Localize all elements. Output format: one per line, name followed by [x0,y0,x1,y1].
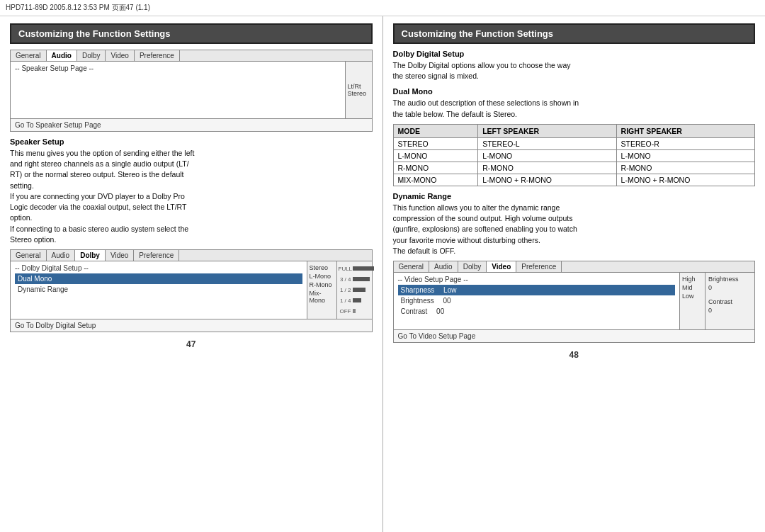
panel2-list: -- Dolby Digital Setup -- Dual Mono Dyna… [11,261,307,319]
menu-item-brightness[interactable]: Brightness 00 [398,295,676,306]
tab-dolby-3[interactable]: Dolby [458,261,487,272]
vol-bar-34: 3 / 4 [339,276,370,283]
vol-bar-14: 1 / 4 [339,298,361,304]
dynamic-range-title: Dynamic Range [393,192,756,200]
tab-pref-2[interactable]: Preference [134,250,179,261]
panel3-header: -- Video Setup Page -- [398,274,676,285]
side-label-ltrt: Lt/Rt [348,83,361,90]
side-label-stereo: Stereo [348,90,367,97]
table-row: MIX-MONO L-MONO + R-MONO L-MONO + R-MONO [393,174,755,186]
right-controls: Brightness 0 Contrast 0 [705,273,754,329]
tab-dolby-1[interactable]: Dolby [77,50,106,61]
side-label-lmono: L-Mono [310,273,332,280]
top-bar-text: HPD711-89D 2005.8.12 3:53 PM 页面47 (1.1) [6,4,150,11]
panel1-list: -- Speaker Setup Page -- [11,62,345,118]
speaker-setup-title: Speaker Setup [10,137,373,146]
tab-general-3[interactable]: General [394,261,430,272]
menu-item-dual-mono[interactable]: Dual Mono [15,273,302,284]
cell-mode-3: MIX-MONO [393,174,478,186]
panel1-side: Lt/Rt Stereo [345,62,372,118]
tab-general-2[interactable]: General [11,250,47,261]
video-setup-panel: General Audio Dolby Video Preference -- … [393,261,756,343]
tab-video-2[interactable]: Video [106,250,134,261]
cell-right-1: L-MONO [616,149,754,162]
tab-audio-3[interactable]: Audio [429,261,458,272]
panel1-tabs: General Audio Dolby Video Preference [11,50,372,62]
speaker-setup-body: This menu gives you the option of sendin… [10,148,373,245]
cell-mode-2: R-MONO [393,162,478,174]
right-page: Customizing the Function Settings Dolby … [383,16,766,532]
side-label-low: Low [682,293,694,300]
left-page: Customizing the Function Settings Genera… [0,16,383,532]
tab-video-3[interactable]: Video [487,261,516,272]
panel3-tabs: General Audio Dolby Video Preference [394,261,755,273]
table-row: L-MONO L-MONO L-MONO [393,149,755,162]
dynamic-range-body: This function allows you to alter the dy… [393,203,756,256]
dual-mono-title: Dual Mono [393,87,756,96]
dolby-digital-title: Dolby Digital Setup [393,50,756,58]
tab-video-1[interactable]: Video [106,50,134,61]
panel2-footer[interactable]: Go To Dolby Digital Setup [11,319,372,332]
cell-left-1: L-MONO [478,149,616,162]
panel2-header: -- Dolby Digital Setup -- [15,263,302,273]
cell-left-0: STEREO-L [478,137,616,149]
vol-bar-off: OFF [339,308,356,315]
menu-item-contrast[interactable]: Contrast 00 [398,306,676,317]
cell-right-2: R-MONO [616,162,754,174]
menu-item-dynamic-range[interactable]: Dynamic Range [15,284,302,295]
table-row: R-MONO R-MONO R-MONO [393,162,755,174]
dual-mono-table: MODE LEFT SPEAKER RIGHT SPEAKER STEREO S… [393,124,756,186]
cell-mode-1: L-MONO [393,149,478,162]
vol-bar-full: FULL [339,266,374,272]
right-page-heading: Customizing the Function Settings [393,23,756,44]
left-page-heading: Customizing the Function Settings [10,23,373,44]
col-right-speaker: RIGHT SPEAKER [616,124,754,137]
vol-bar-12: 1 / 2 [339,287,366,293]
contrast-control: Contrast 0 [708,298,752,314]
dual-mono-body: The audio out description of these selec… [393,98,756,119]
side-label-rmono: R-Mono [310,281,332,288]
page-number-left: 47 [10,336,373,352]
menu-item-sharpness[interactable]: Sharpness Low [398,285,676,295]
side-label-mid: Mid [682,284,693,291]
speaker-setup-panel: General Audio Dolby Video Preference -- … [10,50,373,132]
panel2-side: Stereo L-Mono R-Mono Mix-Mono [307,261,336,319]
side-label-high: High [682,276,696,283]
cell-mode-0: STEREO [393,137,478,149]
panel3-footer[interactable]: Go To Video Setup Page [394,329,755,342]
col-left-speaker: LEFT SPEAKER [478,124,616,137]
panel1-footer[interactable]: Go To Speaker Setup Page [11,118,372,131]
dolby-setup-panel: General Audio Dolby Video Preference -- … [10,249,373,332]
tab-pref-1[interactable]: Preference [135,50,180,61]
side-label-stereo2: Stereo [310,264,329,271]
cell-left-2: R-MONO [478,162,616,174]
table-row: STEREO STEREO-L STEREO-R [393,137,755,149]
tab-dolby-2[interactable]: Dolby [75,250,106,261]
panel3-side: High Mid Low [679,273,705,329]
panel2-tabs: General Audio Dolby Video Preference [11,250,372,261]
page-number-right: 48 [393,347,756,363]
tab-general-1[interactable]: General [11,50,47,61]
col-mode: MODE [393,124,478,137]
cell-right-0: STEREO-R [616,137,754,149]
dolby-digital-body: The Dolby Digital options allow you to c… [393,60,756,81]
tab-audio-2[interactable]: Audio [47,250,76,261]
side-label-mixmono: Mix-Mono [310,290,334,304]
top-bar: HPD711-89D 2005.8.12 3:53 PM 页面47 (1.1) [0,0,765,16]
volume-bars: FULL 3 / 4 1 / 2 1 / 4 [336,261,372,319]
panel3-list: -- Video Setup Page -- Sharpness Low Bri… [394,273,680,329]
cell-left-3: L-MONO + R-MONO [478,174,616,186]
tab-audio-1[interactable]: Audio [47,50,77,61]
cell-right-3: L-MONO + R-MONO [616,174,754,186]
brightness-control: Brightness 0 [708,276,752,291]
panel1-header: -- Speaker Setup Page -- [15,63,341,74]
tab-pref-3[interactable]: Preference [516,261,562,272]
